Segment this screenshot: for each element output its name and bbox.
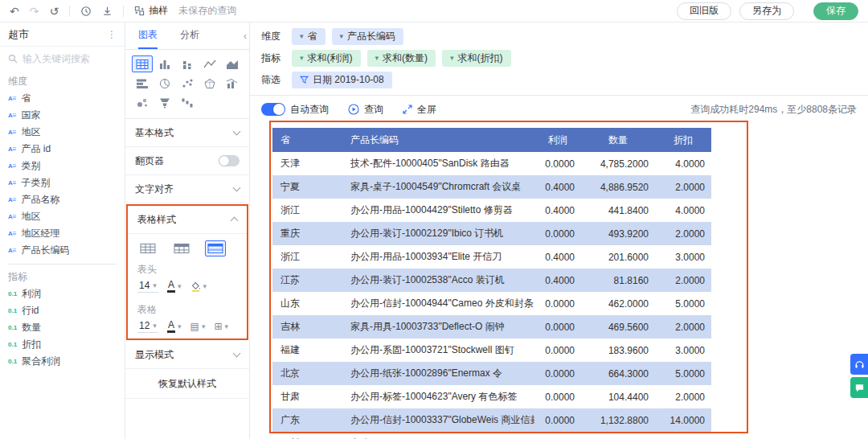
dimension-type-icon: A≡ bbox=[8, 96, 16, 102]
table-cell: 甘肃 bbox=[272, 385, 342, 408]
chart-type-bubble-icon[interactable] bbox=[132, 94, 153, 111]
section-basic-format[interactable]: 基本格式 bbox=[125, 119, 249, 147]
table-cell: 0.4000 bbox=[534, 175, 581, 199]
chart-type-radar-icon[interactable] bbox=[199, 75, 220, 92]
row-style-picker[interactable]: ▤ ▾ bbox=[190, 321, 206, 332]
caret-down-icon: ▾ bbox=[300, 33, 304, 40]
table-cell: 0.4000 bbox=[534, 245, 581, 269]
support-button[interactable] bbox=[850, 354, 868, 375]
measure-type-icon: 0.1 bbox=[8, 291, 17, 297]
dimension-field[interactable]: A≡地区 bbox=[0, 124, 125, 141]
chart-type-column-icon[interactable] bbox=[154, 55, 175, 72]
result-table-wrap: 省产品长编码利润数量折扣 天津技术-配件-10000405"SanDisk 路由… bbox=[272, 128, 857, 439]
font-color-icon: A bbox=[167, 320, 175, 333]
redo-icon[interactable]: ↷ bbox=[30, 6, 39, 17]
history-icon[interactable] bbox=[80, 6, 92, 17]
column-header: 产品长编码 bbox=[342, 128, 534, 152]
caret-down-icon: ▾ bbox=[202, 323, 206, 330]
search-input[interactable] bbox=[23, 53, 117, 64]
table-row: 北京办公用-纸张-10002896"Enermax 令0.0000664.300… bbox=[272, 362, 711, 385]
query-tag[interactable]: ▾求和(数量) bbox=[367, 50, 436, 67]
table-style-plain-icon[interactable] bbox=[137, 240, 158, 256]
table-style-header-icon[interactable] bbox=[171, 240, 192, 256]
section-display-mode[interactable]: 显示模式 bbox=[125, 341, 249, 369]
tab-analysis[interactable]: 分析 bbox=[180, 23, 199, 49]
section-text-align[interactable]: 文字对齐 bbox=[125, 175, 249, 203]
table-cell: 4.0000 bbox=[655, 152, 711, 175]
query-tag[interactable]: ▾求和(折扣) bbox=[442, 50, 511, 67]
section-pager[interactable]: 翻页器 bbox=[125, 147, 249, 175]
chart-type-waterfall-icon[interactable] bbox=[177, 94, 198, 111]
pager-toggle[interactable] bbox=[219, 155, 240, 166]
download-icon[interactable] bbox=[102, 6, 113, 16]
table-cell: 3.0000 bbox=[655, 338, 711, 362]
chart-type-line-icon[interactable] bbox=[199, 55, 220, 72]
header-font-size-select[interactable]: 14 ▾ bbox=[137, 280, 158, 293]
table-style-banded-icon[interactable] bbox=[205, 240, 226, 256]
metric-field[interactable]: 0.1利润 bbox=[0, 285, 125, 302]
result-table: 省产品长编码利润数量折扣 天津技术-配件-10000405"SanDisk 路由… bbox=[272, 128, 711, 439]
table-cell: 办公用-纸张-10002896"Enermax 令 bbox=[342, 362, 534, 385]
query-button[interactable]: 查询 bbox=[348, 103, 383, 117]
chart-type-combo-icon[interactable] bbox=[222, 75, 243, 92]
table-cell: 福建 bbox=[272, 338, 342, 362]
query-status: 查询成功耗时294ms，至少8808条记录 bbox=[690, 103, 857, 117]
field-label: 行id bbox=[22, 304, 39, 318]
auto-query-toggle[interactable] bbox=[261, 103, 285, 116]
body-font-color-picker[interactable]: A ▾ bbox=[167, 320, 182, 333]
chart-type-scatter-icon[interactable] bbox=[177, 75, 198, 92]
save-button[interactable]: 保存 bbox=[813, 2, 858, 20]
dimension-field[interactable]: A≡地区经理 bbox=[0, 225, 125, 242]
save-as-button[interactable]: 另存为 bbox=[739, 2, 794, 20]
field-label: 产品长编码 bbox=[21, 244, 69, 257]
query-tag[interactable]: ▾求和(利润) bbox=[292, 50, 361, 67]
undo-icon[interactable]: ↶ bbox=[10, 6, 19, 17]
dimension-field[interactable]: A≡地区 bbox=[0, 208, 125, 225]
tab-chart[interactable]: 图表 bbox=[138, 23, 158, 49]
table-row: 吉林家具-用具-10003733"Deflect-O 闹钟0.0000469.5… bbox=[272, 315, 711, 338]
query-tag[interactable]: ▾省 bbox=[292, 28, 326, 45]
chevron-down-icon bbox=[233, 184, 241, 192]
old-version-button[interactable]: 回旧版 bbox=[677, 2, 731, 20]
more-options-icon[interactable]: ⋮ bbox=[107, 29, 117, 40]
header-font-color-picker[interactable]: A ▾ bbox=[167, 280, 182, 293]
metric-field[interactable]: 0.1行id bbox=[0, 302, 125, 319]
table-body-style-label: 表格 bbox=[128, 298, 247, 318]
chart-type-stacked-column-icon[interactable] bbox=[177, 55, 198, 72]
floating-widgets bbox=[850, 354, 868, 398]
collapse-panel-icon[interactable]: ‹ bbox=[244, 31, 247, 42]
chart-type-funnel-icon[interactable] bbox=[154, 94, 175, 111]
dimension-field[interactable]: A≡产品 id bbox=[0, 141, 125, 158]
dimension-field[interactable]: A≡省 bbox=[0, 90, 125, 107]
chart-type-table-icon[interactable] bbox=[132, 55, 153, 72]
metric-field[interactable]: 0.1数量 bbox=[0, 319, 125, 336]
dimension-type-icon: A≡ bbox=[8, 197, 16, 203]
reset-style-button[interactable]: 恢复默认样式 bbox=[125, 370, 249, 399]
border-picker[interactable]: ⊞ ▾ bbox=[214, 321, 228, 332]
tag-label: 求和(折扣) bbox=[458, 51, 503, 65]
header-fill-color-picker[interactable]: ▾ bbox=[190, 281, 207, 292]
body-font-size-select[interactable]: 12 ▾ bbox=[137, 320, 158, 333]
chart-type-area-icon[interactable] bbox=[222, 55, 243, 72]
table-cell: 北京 bbox=[272, 362, 342, 385]
sample-button[interactable]: 抽样 bbox=[134, 4, 168, 18]
query-tag[interactable]: ▾产品长编码 bbox=[332, 28, 404, 45]
metric-field[interactable]: 0.1折扣 bbox=[0, 336, 125, 353]
reset-icon[interactable]: ↺ bbox=[49, 6, 59, 17]
dimension-field[interactable]: A≡国家 bbox=[0, 107, 125, 124]
table-cell: 0.0000 bbox=[534, 222, 581, 245]
section-table-style[interactable]: 表格样式 bbox=[128, 206, 247, 234]
fullscreen-button[interactable]: 全屏 bbox=[403, 103, 436, 117]
chart-type-pie-icon[interactable] bbox=[154, 75, 175, 92]
dimension-field[interactable]: A≡类别 bbox=[0, 158, 125, 174]
chart-type-bar-icon[interactable] bbox=[132, 75, 153, 92]
dimension-field[interactable]: A≡产品长编码 bbox=[0, 242, 125, 259]
chat-button[interactable] bbox=[850, 377, 868, 398]
query-tag[interactable]: 日期 2019-10-08 bbox=[292, 72, 392, 88]
dimension-field[interactable]: A≡产品名称 bbox=[0, 191, 125, 208]
table-cell: 2.0000 bbox=[655, 269, 711, 292]
field-search bbox=[8, 48, 117, 69]
header-style-controls: 14 ▾ A ▾ ▾ bbox=[128, 277, 247, 298]
metric-field[interactable]: 0.1聚合利润 bbox=[0, 353, 125, 370]
dimension-field[interactable]: A≡子类别 bbox=[0, 174, 125, 191]
